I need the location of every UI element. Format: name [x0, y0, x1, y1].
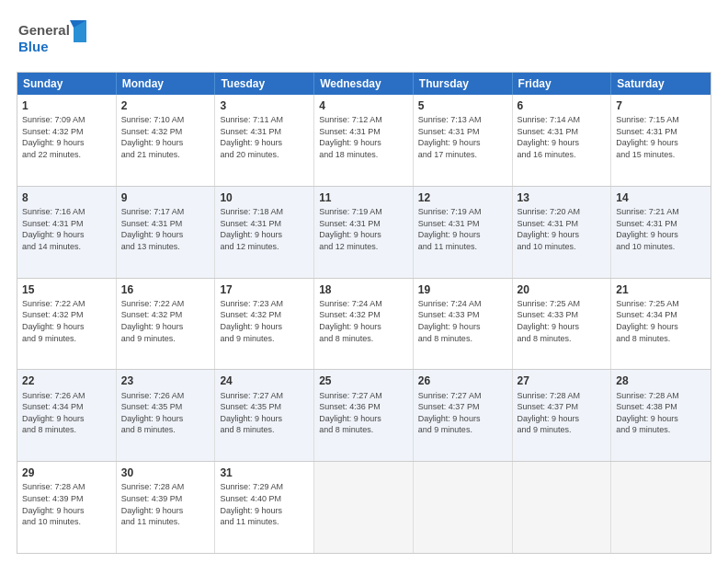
weekday-header: Wednesday: [314, 73, 414, 95]
svg-text:General: General: [18, 22, 70, 38]
calendar-day: 22Sunrise: 7:26 AM Sunset: 4:34 PM Dayli…: [17, 370, 117, 461]
calendar-day: 15Sunrise: 7:22 AM Sunset: 4:32 PM Dayli…: [17, 279, 117, 370]
day-number: 17: [220, 282, 309, 297]
day-info: Sunrise: 7:28 AM Sunset: 4:39 PM Dayligh…: [22, 481, 111, 527]
calendar-day: 7Sunrise: 7:15 AM Sunset: 4:31 PM Daylig…: [611, 95, 711, 186]
calendar-week: 22Sunrise: 7:26 AM Sunset: 4:34 PM Dayli…: [17, 369, 711, 461]
calendar-day: 27Sunrise: 7:28 AM Sunset: 4:37 PM Dayli…: [513, 370, 612, 461]
day-number: 16: [121, 282, 210, 297]
day-number: 18: [319, 282, 408, 297]
day-number: 12: [418, 190, 507, 205]
day-number: 4: [319, 98, 408, 113]
calendar-day: 12Sunrise: 7:19 AM Sunset: 4:31 PM Dayli…: [414, 187, 513, 278]
calendar-header: SundayMondayTuesdayWednesdayThursdayFrid…: [17, 73, 711, 95]
calendar-week: 8Sunrise: 7:16 AM Sunset: 4:31 PM Daylig…: [17, 186, 711, 278]
weekday-header: Tuesday: [215, 73, 314, 95]
day-info: Sunrise: 7:15 AM Sunset: 4:31 PM Dayligh…: [616, 114, 706, 160]
day-info: Sunrise: 7:13 AM Sunset: 4:31 PM Dayligh…: [418, 114, 507, 160]
empty-cell: [414, 462, 513, 553]
day-number: 22: [22, 373, 111, 388]
day-number: 30: [121, 465, 210, 480]
day-info: Sunrise: 7:27 AM Sunset: 4:36 PM Dayligh…: [319, 390, 408, 436]
day-info: Sunrise: 7:12 AM Sunset: 4:31 PM Dayligh…: [319, 114, 408, 160]
calendar-day: 28Sunrise: 7:28 AM Sunset: 4:38 PM Dayli…: [611, 370, 711, 461]
day-number: 11: [319, 190, 408, 205]
day-info: Sunrise: 7:24 AM Sunset: 4:33 PM Dayligh…: [418, 298, 507, 344]
empty-cell: [611, 462, 711, 553]
calendar-day: 18Sunrise: 7:24 AM Sunset: 4:32 PM Dayli…: [314, 279, 414, 370]
day-number: 29: [22, 465, 111, 480]
day-info: Sunrise: 7:22 AM Sunset: 4:32 PM Dayligh…: [121, 298, 210, 344]
day-info: Sunrise: 7:26 AM Sunset: 4:34 PM Dayligh…: [22, 390, 111, 436]
day-info: Sunrise: 7:25 AM Sunset: 4:34 PM Dayligh…: [616, 298, 706, 344]
empty-cell: [314, 462, 414, 553]
calendar: SundayMondayTuesdayWednesdayThursdayFrid…: [17, 72, 711, 554]
weekday-header: Saturday: [611, 73, 711, 95]
calendar-day: 30Sunrise: 7:28 AM Sunset: 4:39 PM Dayli…: [117, 462, 216, 553]
day-info: Sunrise: 7:28 AM Sunset: 4:38 PM Dayligh…: [616, 390, 706, 436]
calendar-day: 19Sunrise: 7:24 AM Sunset: 4:33 PM Dayli…: [414, 279, 513, 370]
day-number: 23: [121, 373, 210, 388]
day-info: Sunrise: 7:11 AM Sunset: 4:31 PM Dayligh…: [220, 114, 309, 160]
day-number: 21: [616, 282, 706, 297]
day-number: 5: [418, 98, 507, 113]
day-number: 8: [22, 190, 111, 205]
day-info: Sunrise: 7:09 AM Sunset: 4:32 PM Dayligh…: [22, 114, 111, 160]
day-number: 15: [22, 282, 111, 297]
calendar-day: 5Sunrise: 7:13 AM Sunset: 4:31 PM Daylig…: [414, 95, 513, 186]
day-number: 10: [220, 190, 309, 205]
calendar-day: 31Sunrise: 7:29 AM Sunset: 4:40 PM Dayli…: [215, 462, 314, 553]
day-number: 13: [518, 190, 607, 205]
day-number: 9: [121, 190, 210, 205]
day-info: Sunrise: 7:14 AM Sunset: 4:31 PM Dayligh…: [518, 114, 607, 160]
page: General Blue SundayMondayTuesdayWednesda…: [0, 0, 728, 563]
weekday-header: Monday: [117, 73, 216, 95]
calendar-day: 3Sunrise: 7:11 AM Sunset: 4:31 PM Daylig…: [215, 95, 314, 186]
calendar-day: 9Sunrise: 7:17 AM Sunset: 4:31 PM Daylig…: [117, 187, 216, 278]
calendar-day: 29Sunrise: 7:28 AM Sunset: 4:39 PM Dayli…: [17, 462, 117, 553]
calendar-day: 4Sunrise: 7:12 AM Sunset: 4:31 PM Daylig…: [314, 95, 414, 186]
calendar-day: 17Sunrise: 7:23 AM Sunset: 4:32 PM Dayli…: [215, 279, 314, 370]
calendar-week: 1Sunrise: 7:09 AM Sunset: 4:32 PM Daylig…: [17, 95, 711, 186]
calendar-day: 25Sunrise: 7:27 AM Sunset: 4:36 PM Dayli…: [314, 370, 414, 461]
day-info: Sunrise: 7:25 AM Sunset: 4:33 PM Dayligh…: [518, 298, 607, 344]
calendar-day: 11Sunrise: 7:19 AM Sunset: 4:31 PM Dayli…: [314, 187, 414, 278]
day-number: 31: [220, 465, 309, 480]
logo-icon: General Blue: [17, 17, 99, 63]
calendar-day: 6Sunrise: 7:14 AM Sunset: 4:31 PM Daylig…: [513, 95, 612, 186]
svg-text:Blue: Blue: [18, 39, 49, 54]
day-info: Sunrise: 7:27 AM Sunset: 4:35 PM Dayligh…: [220, 390, 309, 436]
logo: General Blue: [17, 17, 99, 63]
calendar-day: 13Sunrise: 7:20 AM Sunset: 4:31 PM Dayli…: [513, 187, 612, 278]
calendar-day: 16Sunrise: 7:22 AM Sunset: 4:32 PM Dayli…: [117, 279, 216, 370]
day-info: Sunrise: 7:18 AM Sunset: 4:31 PM Dayligh…: [220, 206, 309, 252]
day-number: 1: [22, 98, 111, 113]
calendar-day: 26Sunrise: 7:27 AM Sunset: 4:37 PM Dayli…: [414, 370, 513, 461]
day-number: 25: [319, 373, 408, 388]
day-number: 19: [418, 282, 507, 297]
day-number: 7: [616, 98, 706, 113]
weekday-header: Thursday: [414, 73, 513, 95]
day-info: Sunrise: 7:24 AM Sunset: 4:32 PM Dayligh…: [319, 298, 408, 344]
day-number: 28: [616, 373, 706, 388]
calendar-body: 1Sunrise: 7:09 AM Sunset: 4:32 PM Daylig…: [17, 95, 711, 553]
day-info: Sunrise: 7:27 AM Sunset: 4:37 PM Dayligh…: [418, 390, 507, 436]
calendar-day: 2Sunrise: 7:10 AM Sunset: 4:32 PM Daylig…: [117, 95, 216, 186]
day-number: 6: [518, 98, 607, 113]
day-info: Sunrise: 7:22 AM Sunset: 4:32 PM Dayligh…: [22, 298, 111, 344]
calendar-day: 20Sunrise: 7:25 AM Sunset: 4:33 PM Dayli…: [513, 279, 612, 370]
day-info: Sunrise: 7:28 AM Sunset: 4:37 PM Dayligh…: [518, 390, 607, 436]
day-info: Sunrise: 7:19 AM Sunset: 4:31 PM Dayligh…: [418, 206, 507, 252]
day-info: Sunrise: 7:28 AM Sunset: 4:39 PM Dayligh…: [121, 481, 210, 527]
day-info: Sunrise: 7:20 AM Sunset: 4:31 PM Dayligh…: [518, 206, 607, 252]
day-number: 27: [518, 373, 607, 388]
day-number: 24: [220, 373, 309, 388]
calendar-day: 21Sunrise: 7:25 AM Sunset: 4:34 PM Dayli…: [611, 279, 711, 370]
day-info: Sunrise: 7:19 AM Sunset: 4:31 PM Dayligh…: [319, 206, 408, 252]
day-number: 3: [220, 98, 309, 113]
calendar-day: 23Sunrise: 7:26 AM Sunset: 4:35 PM Dayli…: [117, 370, 216, 461]
header: General Blue: [17, 17, 711, 63]
weekday-header: Sunday: [17, 73, 117, 95]
calendar-day: 10Sunrise: 7:18 AM Sunset: 4:31 PM Dayli…: [215, 187, 314, 278]
day-info: Sunrise: 7:29 AM Sunset: 4:40 PM Dayligh…: [220, 481, 309, 527]
